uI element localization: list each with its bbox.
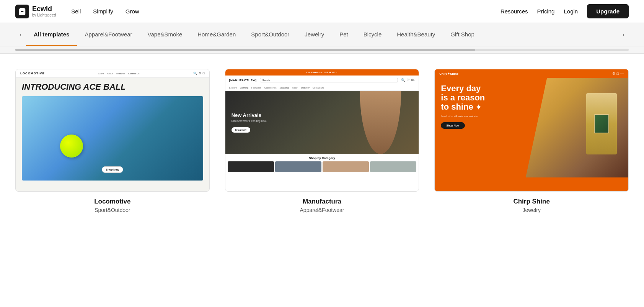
mfr-logo: [MANUFACTURA] bbox=[229, 79, 257, 82]
filter-tab-all[interactable]: All templates bbox=[26, 23, 77, 46]
logo[interactable]: Ecwid by Lightspeed bbox=[15, 5, 56, 18]
nav-pricing[interactable]: Pricing bbox=[537, 8, 555, 15]
upgrade-button[interactable]: Upgrade bbox=[587, 4, 629, 18]
logo-brand: Ecwid bbox=[32, 5, 56, 13]
mfr-hero: New Arrivals Discover what's trending no… bbox=[225, 91, 419, 154]
mfr-header-icons: 🔍 ♡ 🛍 bbox=[401, 78, 415, 82]
template-preview-manufactura[interactable]: Our Essentials: SEE HOW → [MANUFACTURA] … bbox=[225, 69, 419, 192]
scrollbar-track[interactable] bbox=[15, 49, 629, 51]
filter-tab-home[interactable]: Home&Garden bbox=[190, 23, 243, 46]
filter-tabs: All templates Apparel&Footwear Vape&Smok… bbox=[26, 23, 618, 46]
mfr-hero-btn[interactable]: Shop Now bbox=[232, 127, 250, 133]
template-card-chirpshine: Chirp✦Shine ⚙ □ — Every dayis a reason bbox=[434, 69, 629, 213]
loco-logo: LOCOMOTIVE bbox=[20, 72, 45, 75]
ecwid-cart-icon bbox=[18, 7, 26, 16]
template-preview-chirpshine[interactable]: Chirp✦Shine ⚙ □ — Every dayis a reason bbox=[434, 69, 629, 192]
mfr-hero-text: New Arrivals Discover what's trending no… bbox=[225, 106, 273, 139]
mfr-nav: Explore Clothing Footwear Accessories Se… bbox=[225, 85, 419, 91]
mfr-cat-3 bbox=[323, 161, 369, 172]
loco-hero-image: Shop Now bbox=[22, 96, 203, 181]
filter-tab-vape[interactable]: Vape&Smoke bbox=[140, 23, 190, 46]
manufactura-name: Manufactura bbox=[225, 198, 419, 205]
cs-header-icons: ⚙ □ — bbox=[612, 72, 624, 76]
cs-hero-title: Every dayis a reasonto shine ✦ bbox=[441, 84, 622, 112]
mfr-hero-title: New Arrivals bbox=[232, 112, 267, 118]
filter-scroll-right[interactable]: › bbox=[618, 23, 629, 46]
filter-tab-apparel[interactable]: Apparel&Footwear bbox=[77, 23, 140, 46]
loco-nav: Store About Features Contact Us bbox=[98, 72, 139, 75]
nav-sell[interactable]: Sell bbox=[71, 8, 81, 15]
mfr-hero-person bbox=[357, 91, 403, 154]
templates-section: LOCOMOTIVE Store About Features Contact … bbox=[0, 54, 644, 236]
cs-shop-btn[interactable]: Shop Now bbox=[441, 122, 465, 129]
chirpshine-info: Chirp Shine Jewelry bbox=[434, 192, 629, 213]
mfr-hero-sub: Discover what's trending now. bbox=[232, 120, 267, 122]
loco-icons: 🔍 ⚙ □ bbox=[193, 72, 205, 75]
scrollbar-thumb bbox=[15, 49, 475, 51]
scrollbar-area bbox=[0, 46, 644, 54]
filter-bar-wrapper: ‹ All templates Apparel&Footwear Vape&Sm… bbox=[0, 23, 644, 46]
nav-resources[interactable]: Resources bbox=[501, 8, 528, 15]
template-card-manufactura: Our Essentials: SEE HOW → [MANUFACTURA] … bbox=[225, 69, 419, 213]
cs-star: ✦ bbox=[476, 103, 481, 111]
loco-header: LOCOMOTIVE Store About Features Contact … bbox=[16, 69, 209, 78]
filter-tab-health[interactable]: Health&Beauty bbox=[389, 23, 443, 46]
logo-sub: by Lightspeed bbox=[32, 13, 56, 17]
mfr-header: [MANUFACTURA] Search 🔍 ♡ 🛍 bbox=[225, 76, 419, 85]
cs-hero-sub: Jewelry that will make your soul sing bbox=[441, 115, 622, 117]
locomotive-info: Locomotive Sport&Outdoor bbox=[15, 192, 210, 213]
template-card-locomotive: LOCOMOTIVE Store About Features Contact … bbox=[15, 69, 210, 213]
locomotive-name: Locomotive bbox=[15, 198, 210, 205]
manufactura-category: Apparel&Footwear bbox=[225, 207, 419, 213]
filter-bar: ‹ All templates Apparel&Footwear Vape&Sm… bbox=[15, 23, 629, 46]
locomotive-category: Sport&Outdoor bbox=[15, 207, 210, 213]
main-nav: Ecwid by Lightspeed Sell Simplify Grow R… bbox=[0, 0, 644, 23]
cs-hero-text: Every dayis a reasonto shine ✦ Jewelry t… bbox=[435, 78, 628, 177]
templates-grid: LOCOMOTIVE Store About Features Contact … bbox=[15, 69, 629, 213]
mfr-section-title: Shop by Category bbox=[225, 154, 419, 161]
mfr-categories bbox=[225, 161, 419, 172]
mfr-search-placeholder: Search bbox=[262, 79, 270, 81]
filter-tab-jewelry[interactable]: Jewelry bbox=[297, 23, 332, 46]
logo-icon bbox=[15, 5, 29, 18]
filter-scroll-left[interactable]: ‹ bbox=[15, 23, 26, 46]
mfr-cat-1 bbox=[228, 161, 274, 172]
cs-header: Chirp✦Shine ⚙ □ — bbox=[435, 69, 628, 78]
tennis-ball-decoration bbox=[60, 135, 83, 158]
filter-tab-sport[interactable]: Sport&Outdoor bbox=[243, 23, 297, 46]
chirpshine-category: Jewelry bbox=[434, 207, 629, 213]
manufactura-info: Manufactura Apparel&Footwear bbox=[225, 192, 419, 213]
filter-tab-giftshop[interactable]: Gift Shop bbox=[443, 23, 482, 46]
loco-body: INTRODUCING ACE BALL Shop Now bbox=[16, 78, 209, 185]
nav-login[interactable]: Login bbox=[564, 8, 578, 15]
template-preview-locomotive[interactable]: LOCOMOTIVE Store About Features Contact … bbox=[15, 69, 210, 192]
chirpshine-name: Chirp Shine bbox=[434, 198, 629, 205]
mfr-topbar: Our Essentials: SEE HOW → bbox=[225, 69, 419, 76]
cs-hero: Every dayis a reasonto shine ✦ Jewelry t… bbox=[435, 78, 628, 177]
logo-text: Ecwid by Lightspeed bbox=[32, 5, 56, 17]
loco-shop-btn[interactable]: Shop Now bbox=[102, 166, 123, 173]
nav-right: Resources Pricing Login Upgrade bbox=[501, 4, 629, 18]
filter-tab-pet[interactable]: Pet bbox=[332, 23, 356, 46]
filter-tab-bicycle[interactable]: Bicycle bbox=[356, 23, 390, 46]
mfr-cat-4 bbox=[370, 161, 416, 172]
nav-links: Sell Simplify Grow bbox=[71, 8, 501, 15]
loco-title: INTRODUCING ACE BALL bbox=[22, 82, 203, 92]
mfr-cat-2 bbox=[275, 161, 321, 172]
mfr-search: Search bbox=[260, 78, 398, 82]
nav-grow[interactable]: Grow bbox=[126, 8, 139, 15]
nav-simplify[interactable]: Simplify bbox=[93, 8, 113, 15]
cs-logo: Chirp✦Shine bbox=[439, 72, 458, 76]
